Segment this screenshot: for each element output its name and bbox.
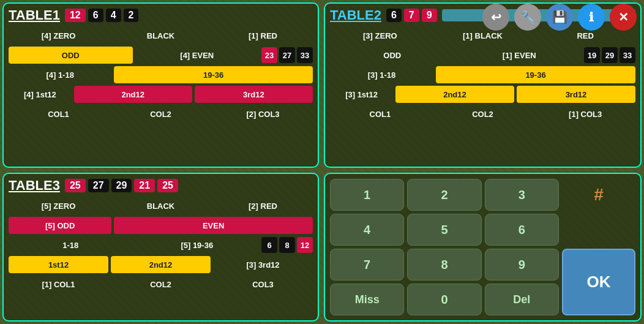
table2-3rd12[interactable]: 3rd12 [517,86,635,103]
table3-row-col: [1] COL1 COL2 COL3 [9,276,313,293]
t2-badge-33: 33 [620,47,635,63]
table3-black[interactable]: BLACK [111,197,211,214]
table1-col1[interactable]: COL1 [9,105,108,122]
table1-row-odd: ODD [4] EVEN 23 27 33 [9,47,313,64]
badge-33: 33 [297,47,313,63]
table3-row-1-18: 1-18 [5] 19-36 6 8 12 [9,236,313,254]
table3-header: TABLE3 25 27 29 21 25 [9,178,313,194]
table3-1-18[interactable]: 1-18 [9,236,133,254]
table2-19-36[interactable]: 19-36 [436,66,635,83]
table2-col3[interactable]: [1] COL3 [535,105,635,122]
table2-zero[interactable]: [3] ZERO [330,27,430,44]
table1-2nd12[interactable]: 2nd12 [74,86,192,103]
t3-badge-8: 8 [279,237,295,253]
numpad-1[interactable]: 1 [330,179,404,211]
numpad-9[interactable]: 9 [485,249,559,281]
table1-even[interactable]: [4] EVEN [135,47,260,64]
table1-badge-2: 2 [124,9,139,22]
table3-panel: TABLE3 25 27 29 21 25 [5] ZERO BLACK [2]… [2,173,319,322]
t2-badge-29: 29 [602,47,618,63]
table1-3rd12[interactable]: 3rd12 [195,86,313,103]
table2-2nd12[interactable]: 2nd12 [395,86,514,103]
table1-row-zero: [4] ZERO BLACK [1] RED [9,27,313,44]
table1-row-col: COL1 COL2 [2] COL3 [9,105,313,122]
table1-odd[interactable]: ODD [9,47,133,64]
table3-row-dozen: 1st12 2nd12 [3] 3rd12 [9,256,313,273]
numpad-7[interactable]: 7 [330,249,404,281]
numpad-hash[interactable]: # [562,179,635,211]
table3-badge-25a: 25 [65,179,86,192]
t3-badge-6: 6 [261,237,277,253]
wrench-button[interactable]: 🔧 [514,4,541,31]
table1-badge-6: 6 [88,9,103,22]
t3-badge-12: 12 [297,237,313,253]
numpad-del[interactable]: Del [485,284,559,315]
table1-black[interactable]: BLACK [111,27,211,44]
table2-title: TABLE2 [330,7,381,23]
table2-col1[interactable]: COL1 [330,105,430,122]
info-button[interactable]: ℹ [578,4,605,31]
table3-1st12[interactable]: 1st12 [9,256,108,273]
numpad-miss[interactable]: Miss [330,284,404,315]
table1-title: TABLE1 [9,7,60,23]
table2-badge-7: 7 [404,9,419,22]
numpad-2[interactable]: 2 [407,179,481,211]
badge-23: 23 [261,47,277,63]
table1-odd-badges: 23 27 33 [261,47,313,63]
numpad-5[interactable]: 5 [407,214,481,246]
table3-badges: 6 8 12 [261,237,313,253]
table2-row-1-18: [3] 1-18 19-36 [330,66,635,83]
table1-row-dozen: [4] 1st12 2nd12 3rd12 [9,86,313,103]
table1-badge-12: 12 [65,9,86,22]
table1-col2[interactable]: COL2 [111,105,211,122]
table1-col3[interactable]: [2] COL3 [213,105,313,122]
table2-row-odd: ODD [1] EVEN 19 29 33 [330,47,635,64]
close-button[interactable]: ✕ [610,4,637,31]
table2-badge-6: 6 [386,9,402,22]
numpad-6[interactable]: 6 [485,214,559,246]
table1-19-36[interactable]: 19-36 [114,66,313,83]
table3-col2[interactable]: COL2 [111,276,211,293]
table3-badge-29: 29 [111,179,132,192]
table3-3rd12[interactable]: [3] 3rd12 [213,256,313,273]
t2-badge-19: 19 [584,47,600,63]
table3-even[interactable]: EVEN [114,217,313,234]
table1-red[interactable]: [1] RED [213,27,313,44]
table3-badge-25b: 25 [157,179,178,192]
table2-col2[interactable]: COL2 [433,105,533,122]
table3-col1[interactable]: [1] COL1 [9,276,108,293]
table1-1st12[interactable]: [4] 1st12 [9,86,72,103]
table3-badge-27: 27 [88,179,109,192]
table3-2nd12[interactable]: 2nd12 [111,256,211,273]
table1-panel: TABLE1 12 6 4 2 [4] ZERO BLACK [1] RED O… [2,2,319,168]
table3-row-zero: [5] ZERO BLACK [2] RED [9,197,313,214]
numpad-ok[interactable]: OK [562,249,635,315]
table3-title: TABLE3 [9,178,60,194]
save-button[interactable]: 💾 [546,4,573,31]
table3-zero[interactable]: [5] ZERO [9,197,108,214]
numpad-panel: 1 2 3 # 4 5 6 7 8 9 OK Miss 0 Del [324,173,642,322]
table3-row-odd: [5] ODD EVEN [9,217,313,234]
table3-col3[interactable]: COL3 [213,276,313,293]
back-button[interactable]: ↩ [482,4,509,31]
table2-odd-badges: 19 29 33 [584,47,635,63]
table2-badge-9: 9 [422,9,437,22]
table1-zero[interactable]: [4] ZERO [9,27,108,44]
table1-1-18[interactable]: [4] 1-18 [9,66,111,83]
table3-badge-21: 21 [134,179,155,192]
table2-odd[interactable]: ODD [330,47,455,64]
table2-1-18[interactable]: [3] 1-18 [330,66,433,83]
numpad-4[interactable]: 4 [330,214,404,246]
table3-19-36[interactable]: [5] 19-36 [135,236,260,254]
table2-row-dozen: [3] 1st12 2nd12 3rd12 [330,86,635,103]
table3-red[interactable]: [2] RED [213,197,313,214]
table2-even[interactable]: [1] EVEN [457,47,582,64]
table1-row-1-18: [4] 1-18 19-36 [9,66,313,83]
table3-odd[interactable]: [5] ODD [9,217,111,234]
table1-header: TABLE1 12 6 4 2 [9,7,313,23]
numpad-8[interactable]: 8 [407,249,481,281]
numpad-0[interactable]: 0 [407,284,481,315]
badge-27: 27 [279,47,295,63]
numpad-3[interactable]: 3 [485,179,559,211]
table2-1st12[interactable]: [3] 1st12 [330,86,393,103]
